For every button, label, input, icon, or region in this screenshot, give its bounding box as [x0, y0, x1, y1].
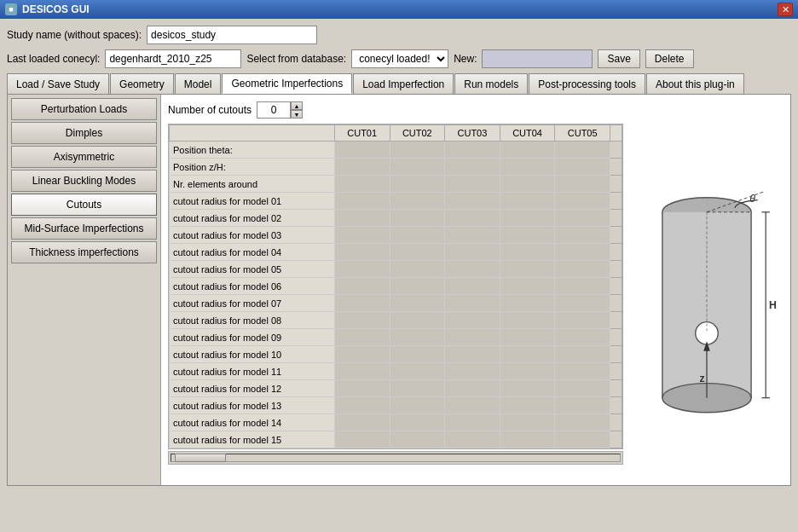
tab-load-imperfection[interactable]: Load Imperfection — [353, 73, 454, 94]
cell-8-0[interactable] — [334, 278, 390, 295]
cell-9-2[interactable] — [445, 295, 500, 312]
cell-11-2[interactable] — [445, 329, 500, 346]
tab-post-processing[interactable]: Post-processing tools — [529, 73, 645, 94]
cell-5-4[interactable] — [555, 227, 610, 244]
cell-10-1[interactable] — [390, 312, 445, 329]
study-name-input[interactable] — [147, 26, 317, 44]
cell-15-1[interactable] — [390, 397, 445, 414]
cell-2-0[interactable] — [334, 176, 390, 193]
cell-17-2[interactable] — [445, 431, 500, 448]
cell-4-4[interactable] — [555, 210, 610, 227]
cell-7-4[interactable] — [555, 261, 610, 278]
cell-7-0[interactable] — [334, 261, 390, 278]
cutouts-input[interactable] — [257, 101, 291, 119]
cell-15-3[interactable] — [500, 397, 555, 414]
sidebar-btn-cutouts[interactable]: Cutouts — [11, 194, 157, 216]
cell-10-2[interactable] — [445, 312, 500, 329]
cell-11-3[interactable] — [500, 329, 555, 346]
cell-12-0[interactable] — [334, 346, 390, 363]
cell-9-0[interactable] — [334, 295, 390, 312]
cell-5-3[interactable] — [500, 227, 555, 244]
tab-model[interactable]: Model — [175, 73, 222, 94]
cell-0-2[interactable] — [445, 142, 500, 159]
cell-10-0[interactable] — [334, 312, 390, 329]
sidebar-btn-axisymmetric[interactable]: Axisymmetric — [11, 146, 157, 168]
conecyl-input[interactable] — [105, 49, 241, 68]
cell-11-1[interactable] — [390, 329, 445, 346]
tab-geometric-imperfections[interactable]: Geometric Imperfections — [222, 73, 352, 94]
tab-about[interactable]: About this plug-in — [646, 73, 744, 94]
cell-17-0[interactable] — [334, 431, 390, 448]
cell-3-0[interactable] — [334, 193, 390, 210]
cell-16-1[interactable] — [390, 414, 445, 431]
cell-6-2[interactable] — [445, 244, 500, 261]
tab-load-save[interactable]: Load / Save Study — [7, 73, 109, 94]
tab-run-models[interactable]: Run models — [454, 73, 528, 94]
spinner-up[interactable]: ▲ — [291, 101, 303, 110]
cell-13-1[interactable] — [390, 363, 445, 380]
cell-13-0[interactable] — [334, 363, 390, 380]
cell-6-3[interactable] — [500, 244, 555, 261]
cell-7-1[interactable] — [390, 261, 445, 278]
cell-3-4[interactable] — [555, 193, 610, 210]
spinner-down[interactable]: ▼ — [291, 110, 303, 119]
cell-9-1[interactable] — [390, 295, 445, 312]
cell-13-3[interactable] — [500, 363, 555, 380]
cell-4-3[interactable] — [500, 210, 555, 227]
sidebar-btn-thickness[interactable]: Thickness imperfections — [11, 241, 157, 263]
cell-1-2[interactable] — [445, 159, 500, 176]
cell-4-2[interactable] — [445, 210, 500, 227]
cell-14-1[interactable] — [390, 380, 445, 397]
cell-12-2[interactable] — [445, 346, 500, 363]
cell-16-0[interactable] — [334, 414, 390, 431]
new-input[interactable] — [482, 49, 593, 68]
cell-7-2[interactable] — [445, 261, 500, 278]
cell-16-2[interactable] — [445, 414, 500, 431]
sidebar-btn-mid-surface[interactable]: Mid-Surface Imperfections — [11, 217, 157, 240]
cell-1-1[interactable] — [390, 159, 445, 176]
cell-2-2[interactable] — [445, 176, 500, 193]
cell-14-0[interactable] — [334, 380, 390, 397]
cell-5-2[interactable] — [445, 227, 500, 244]
save-button[interactable]: Save — [598, 49, 639, 68]
cell-13-2[interactable] — [445, 363, 500, 380]
cell-3-3[interactable] — [500, 193, 555, 210]
cell-11-0[interactable] — [334, 329, 390, 346]
cell-12-3[interactable] — [500, 346, 555, 363]
cell-2-4[interactable] — [555, 176, 610, 193]
cell-6-4[interactable] — [555, 244, 610, 261]
cell-8-1[interactable] — [390, 278, 445, 295]
cell-16-4[interactable] — [555, 414, 610, 431]
cell-3-2[interactable] — [445, 193, 500, 210]
cell-1-3[interactable] — [500, 159, 555, 176]
cell-17-4[interactable] — [555, 431, 610, 448]
cell-1-0[interactable] — [334, 159, 390, 176]
tab-geometry[interactable]: Geometry — [110, 73, 174, 94]
scrollable-table[interactable]: CUT01CUT02CUT03CUT04CUT05Position theta:… — [168, 124, 623, 449]
cell-8-3[interactable] — [500, 278, 555, 295]
cell-15-0[interactable] — [334, 397, 390, 414]
cell-14-4[interactable] — [555, 380, 610, 397]
cell-10-3[interactable] — [500, 312, 555, 329]
sidebar-btn-dimples[interactable]: Dimples — [11, 122, 157, 144]
sidebar-btn-linear-buckling[interactable]: Linear Buckling Modes — [11, 170, 157, 192]
cell-6-0[interactable] — [334, 244, 390, 261]
scrollbar-thumb[interactable] — [175, 454, 226, 462]
sidebar-btn-perturbation-loads[interactable]: Perturbation Loads — [11, 98, 157, 120]
cell-0-3[interactable] — [500, 142, 555, 159]
horizontal-scrollbar[interactable] — [168, 451, 623, 465]
cell-5-0[interactable] — [334, 227, 390, 244]
cell-8-4[interactable] — [555, 278, 610, 295]
cell-2-1[interactable] — [390, 176, 445, 193]
cell-2-3[interactable] — [500, 176, 555, 193]
cell-11-4[interactable] — [555, 329, 610, 346]
cell-4-1[interactable] — [390, 210, 445, 227]
cell-17-1[interactable] — [390, 431, 445, 448]
close-button[interactable]: ✕ — [778, 3, 793, 16]
cell-12-1[interactable] — [390, 346, 445, 363]
cell-4-0[interactable] — [334, 210, 390, 227]
cell-1-4[interactable] — [555, 159, 610, 176]
cell-17-3[interactable] — [500, 431, 555, 448]
cell-8-2[interactable] — [445, 278, 500, 295]
cell-13-4[interactable] — [555, 363, 610, 380]
